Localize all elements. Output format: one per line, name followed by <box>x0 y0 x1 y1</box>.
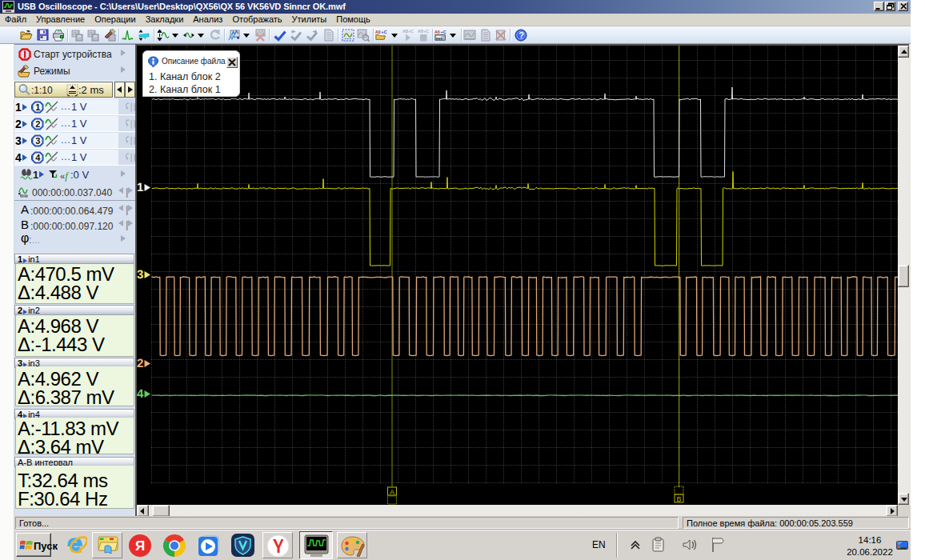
svg-text:1: 1 <box>35 102 40 112</box>
svg-text:4: 4 <box>35 153 41 162</box>
svg-text:A0: A0 <box>375 30 381 34</box>
svg-text:A: A <box>390 488 394 496</box>
svg-text:4: 4 <box>137 387 144 401</box>
svg-text:AB+C: AB+C <box>418 29 429 34</box>
svg-text:Я: Я <box>135 538 145 554</box>
svg-text:AB+C: AB+C <box>402 29 414 34</box>
svg-text:+C: +C <box>382 30 387 34</box>
svg-text:1: 1 <box>137 181 143 194</box>
svg-text:3: 3 <box>137 268 143 282</box>
svg-text:2: 2 <box>35 119 40 129</box>
svg-text:3: 3 <box>35 136 40 146</box>
svg-text:+C: +C <box>441 30 446 34</box>
svg-text:?: ? <box>519 30 524 40</box>
svg-text:A0: A0 <box>434 30 440 34</box>
svg-text:B: B <box>677 495 682 503</box>
svg-text:2: 2 <box>137 357 143 370</box>
